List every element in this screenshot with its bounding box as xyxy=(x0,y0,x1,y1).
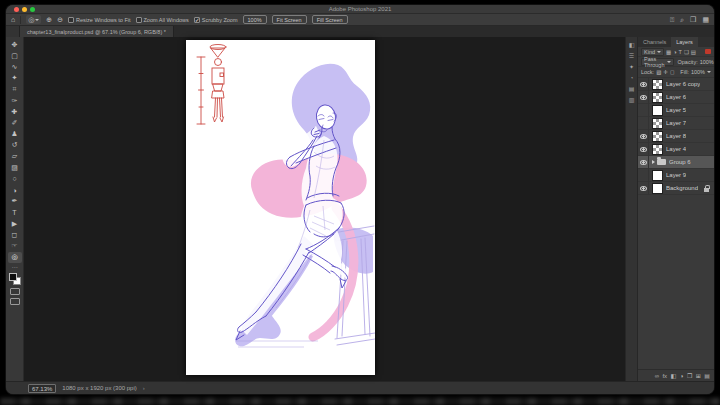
zoom-window-button[interactable] xyxy=(30,7,35,12)
color-panel-icon[interactable]: ◧ xyxy=(629,42,635,48)
layer-row[interactable]: Background xyxy=(638,182,714,195)
filter-adjustment-icon[interactable]: ◑ xyxy=(673,49,676,55)
layer-thumbnail[interactable] xyxy=(652,79,663,90)
workspace-icon[interactable]: ❒ xyxy=(690,16,696,24)
artboard[interactable] xyxy=(186,40,375,375)
visibility-toggle[interactable] xyxy=(638,156,649,169)
eraser-tool[interactable]: ▱ xyxy=(8,151,22,162)
fit-screen-button[interactable]: Fit Screen xyxy=(272,15,307,24)
layer-thumbnail[interactable] xyxy=(652,105,663,116)
visibility-toggle[interactable] xyxy=(638,143,649,156)
magic-wand-tool[interactable]: ✦ xyxy=(8,73,22,84)
zoom-100-button[interactable]: 100% xyxy=(243,15,267,24)
filter-shape-icon[interactable]: ❏ xyxy=(684,49,689,55)
visibility-toggle[interactable] xyxy=(638,104,649,117)
layer-row[interactable]: Layer 6 copy xyxy=(638,78,714,91)
history-brush-tool[interactable]: ↺ xyxy=(8,140,22,151)
zoom-out-icon[interactable]: ⊖ xyxy=(57,15,63,25)
layer-style-icon[interactable]: fx xyxy=(662,370,667,382)
layer-row[interactable]: Layer 6 xyxy=(638,91,714,104)
properties-panel-icon[interactable]: ☰ xyxy=(629,53,634,59)
eyedropper-tool[interactable]: ✑ xyxy=(8,95,22,106)
canvas-pasteboard[interactable] xyxy=(24,37,625,381)
healing-brush-tool[interactable]: ✚ xyxy=(8,106,22,117)
filter-smart-object-icon[interactable]: ▤ xyxy=(691,49,696,55)
layer-thumbnail[interactable] xyxy=(652,131,663,142)
new-group-icon[interactable]: ❒ xyxy=(687,370,692,382)
lock-transparency-icon[interactable]: ▨ xyxy=(656,69,661,75)
brush-tool[interactable]: ✐ xyxy=(8,117,22,128)
minimize-window-button[interactable] xyxy=(22,7,27,12)
status-chevron-icon[interactable]: › xyxy=(143,385,145,391)
pen-tool[interactable]: ✒ xyxy=(8,196,22,207)
type-tool[interactable]: T xyxy=(8,207,22,218)
history-panel-icon[interactable]: ◔ xyxy=(630,75,634,81)
brushes-panel-icon[interactable]: ▤ xyxy=(629,86,635,92)
dodge-tool[interactable]: ◑ xyxy=(8,184,22,195)
organizer-icon[interactable]: ▦ xyxy=(702,16,709,24)
home-icon[interactable]: ⌂ xyxy=(11,15,15,25)
quick-mask-button[interactable] xyxy=(10,288,20,295)
hand-tool[interactable]: ☞ xyxy=(8,240,22,251)
zoom-tool[interactable]: ◎ xyxy=(8,252,22,263)
visibility-toggle[interactable] xyxy=(638,91,649,104)
shape-tool[interactable]: ◻ xyxy=(8,229,22,240)
layer-row[interactable]: Layer 7 xyxy=(638,117,714,130)
path-selection-tool[interactable]: ▶ xyxy=(8,218,22,229)
new-layer-icon[interactable]: ⊞ xyxy=(696,370,701,382)
visibility-toggle[interactable] xyxy=(638,169,649,182)
filter-pixel-icon[interactable]: ▦ xyxy=(666,49,671,55)
layer-thumbnail[interactable] xyxy=(652,170,663,181)
screen-mode-button[interactable] xyxy=(10,298,20,305)
layer-row[interactable]: Layer 4 xyxy=(638,143,714,156)
zoom-level-field[interactable]: 67.13% xyxy=(28,384,56,393)
link-layers-icon[interactable]: ∞ xyxy=(655,370,659,382)
visibility-toggle[interactable] xyxy=(638,182,649,195)
filter-toggle-icon[interactable] xyxy=(705,49,711,54)
opacity-value[interactable]: 100% xyxy=(700,59,714,65)
fill-screen-button[interactable]: Fill Screen xyxy=(312,15,348,24)
blur-tool[interactable]: ○ xyxy=(8,173,22,184)
libraries-panel-icon[interactable]: ▥ xyxy=(629,97,635,103)
fill-value[interactable]: 100% xyxy=(691,69,705,75)
delete-layer-icon[interactable]: ▤ xyxy=(704,370,710,382)
filter-type-icon[interactable]: T xyxy=(679,49,682,55)
layer-row[interactable]: Layer 8 xyxy=(638,130,714,143)
blend-mode-dropdown[interactable]: Pass Through xyxy=(641,58,674,66)
layer-thumbnail[interactable] xyxy=(652,92,663,103)
gradient-tool[interactable]: ▨ xyxy=(8,162,22,173)
adjustments-panel-icon[interactable]: ✦ xyxy=(629,64,634,70)
visibility-toggle[interactable] xyxy=(638,117,649,130)
zoom-all-windows-checkbox[interactable]: Zoom All Windows xyxy=(136,17,189,23)
edit-toolbar-icon[interactable]: ⋯ xyxy=(12,263,18,271)
layer-row[interactable]: Layer 5 xyxy=(638,104,714,117)
tab-layers[interactable]: Layers xyxy=(671,37,698,47)
search-icon[interactable]: ⌕ xyxy=(680,16,684,24)
active-tool-icon[interactable]: ◎ xyxy=(26,15,41,24)
layer-thumbnail[interactable] xyxy=(652,144,663,155)
layer-row-selected[interactable]: Group 6 xyxy=(638,156,714,169)
group-expand-icon[interactable] xyxy=(652,160,655,164)
lasso-tool[interactable]: ∿ xyxy=(8,61,22,72)
resize-windows-checkbox[interactable]: Resize Windows to Fit xyxy=(68,17,130,23)
layer-thumbnail[interactable] xyxy=(652,183,663,194)
lock-position-icon[interactable]: ✛ xyxy=(663,69,668,75)
tab-channels[interactable]: Channels xyxy=(638,37,671,47)
marquee-tool[interactable]: ▢ xyxy=(8,50,22,61)
document-tab[interactable]: chapter13_finalproduct.psd @ 67.1% (Grou… xyxy=(20,26,174,37)
clone-stamp-tool[interactable]: ♟ xyxy=(8,129,22,140)
filter-kind-dropdown[interactable]: Kind xyxy=(641,48,664,56)
move-tool[interactable]: ✥ xyxy=(8,39,22,50)
zoom-in-icon[interactable]: ⊕ xyxy=(46,15,52,25)
scrubby-zoom-checkbox[interactable]: Scrubby Zoom xyxy=(194,17,238,23)
layer-thumbnail[interactable] xyxy=(652,118,663,129)
layer-mask-icon[interactable]: ◧ xyxy=(671,370,677,382)
share-icon[interactable]: ⍐ xyxy=(670,16,674,24)
visibility-toggle[interactable] xyxy=(638,130,649,143)
layer-row[interactable]: Layer 9 xyxy=(638,169,714,182)
lock-all-icon[interactable]: ◻ xyxy=(670,69,675,75)
foreground-background-colors[interactable] xyxy=(9,273,21,285)
crop-tool[interactable]: ⌗ xyxy=(8,84,22,95)
adjustment-layer-icon[interactable]: ◑ xyxy=(680,370,684,382)
close-window-button[interactable] xyxy=(14,7,19,12)
